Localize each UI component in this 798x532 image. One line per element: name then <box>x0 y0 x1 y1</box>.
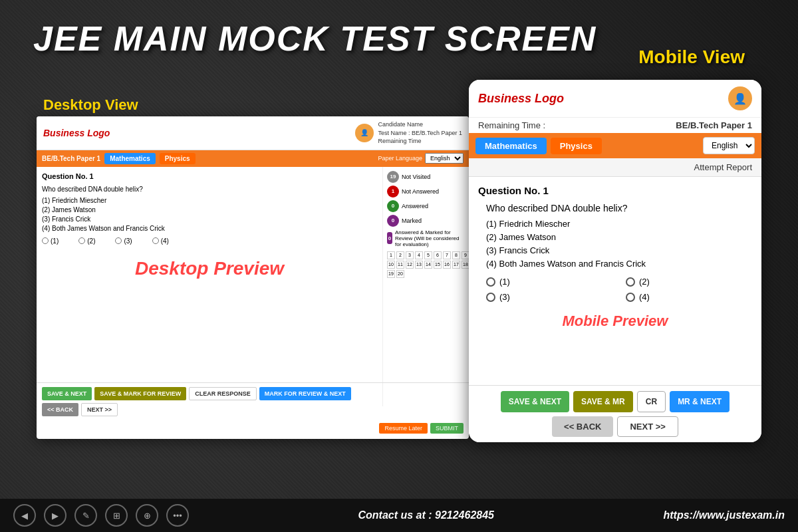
radio-options: (1) (2) (3) (4) <box>42 237 377 245</box>
legend-marked: 0 Marked <box>387 215 465 227</box>
mobile-option-1: (1) Friedrich Miescher <box>486 219 752 229</box>
save-next-button[interactable]: SAVE & NEXT <box>42 387 92 400</box>
option-4: (4) Both James Watson and Francis Crick <box>42 225 377 232</box>
back-button[interactable]: << BACK <box>42 403 78 416</box>
grid-cell-1[interactable]: 1 <box>387 251 395 259</box>
grid-icon[interactable]: ⊞ <box>105 504 128 527</box>
grid-cell-19[interactable]: 19 <box>387 270 395 278</box>
tab-mathematics[interactable]: Mathematics <box>104 153 156 164</box>
paper-name: BE/B.Tech Paper 1 <box>676 120 752 130</box>
mobile-back-button[interactable]: << BACK <box>552 416 613 437</box>
grid-cell-18[interactable]: 18 <box>462 261 469 269</box>
grid-cell-12[interactable]: 12 <box>406 261 414 269</box>
search-icon[interactable]: ⊕ <box>136 504 158 527</box>
grid-cell-8[interactable]: 8 <box>452 251 460 259</box>
website-info: https://www.justexam.in <box>663 509 785 521</box>
mobile-next-button[interactable]: NEXT >> <box>617 416 678 437</box>
mobile-tab-physics[interactable]: Physics <box>551 138 602 154</box>
desktop-nav: BE/B.Tech Paper 1 Mathematics Physics Pa… <box>37 150 469 167</box>
mobile-nav: Mathematics Physics English <box>469 133 761 158</box>
option-3: (3) Francis Crick <box>42 215 377 223</box>
mobile-radio-4[interactable]: (4) <box>626 292 752 302</box>
desktop-panel: Business Logo 👤 Candidate Name Test Name… <box>37 116 469 439</box>
avatar: 👤 <box>355 124 374 142</box>
mobile-mr-next-button[interactable]: MR & NEXT <box>670 391 730 412</box>
page-title: JEE MAIN MOCK TEST SCREEN <box>33 19 597 59</box>
grid-cell-11[interactable]: 11 <box>396 261 404 269</box>
grid-cell-14[interactable]: 14 <box>424 261 432 269</box>
submit-button[interactable]: SUBMIT <box>430 423 464 434</box>
mobile-option-2: (2) James Watson <box>486 232 752 242</box>
desktop-content: Question No. 1 Who described DNA double … <box>37 167 469 406</box>
mobile-radio-options: (1) (2) (3) (4) <box>486 277 752 302</box>
clear-response-button[interactable]: CLEAR RESPONSE <box>189 387 257 400</box>
answered-badge: 0 <box>387 200 399 212</box>
candidate-text: Candidate Name Test Name : BE/B.Tech Pap… <box>378 120 462 146</box>
desktop-preview-text: Desktop Preview <box>42 245 377 293</box>
grid-cell-4[interactable]: 4 <box>415 251 423 259</box>
mark-review-next-button[interactable]: MARK FOR REVIEW & NEXT <box>259 387 351 400</box>
radio-2[interactable]: (2) <box>78 237 95 245</box>
desktop-view-label: Desktop View <box>43 96 138 114</box>
lang-label: Paper Language <box>378 155 422 162</box>
mobile-radio-1[interactable]: (1) <box>486 277 612 287</box>
mobile-option-3: (3) Francis Crick <box>486 245 752 255</box>
legend-not-answered: 1 Not Answered <box>387 186 465 198</box>
tab-physics[interactable]: Physics <box>160 153 196 164</box>
desktop-logo: Business Logo <box>43 128 110 138</box>
grid-cell-15[interactable]: 15 <box>434 261 442 269</box>
bottom-bar: ◀ ▶ ✎ ⊞ ⊕ ••• Contact us at : 9212462845… <box>0 499 798 532</box>
answered-marked-badge: 0 <box>387 232 392 244</box>
radio-1[interactable]: (1) <box>42 237 59 245</box>
mobile-panel: Business Logo 👤 Remaining Time : BE/B.Te… <box>469 80 761 442</box>
forward-nav-icon[interactable]: ▶ <box>44 504 66 527</box>
legend-not-visited: 19 Not Visited <box>387 171 465 183</box>
grid-cell-10[interactable]: 10 <box>387 261 395 269</box>
option-2: (2) James Watson <box>42 206 377 213</box>
save-mark-review-button[interactable]: SAVE & MARK FOR REVIEW <box>94 387 186 400</box>
mobile-language-select[interactable]: English <box>703 137 755 154</box>
mobile-radio-3[interactable]: (3) <box>486 292 612 302</box>
timer-row: Remaining Time : BE/B.Tech Paper 1 <box>469 118 761 133</box>
not-visited-badge: 19 <box>387 171 399 183</box>
mobile-question-text: Who described DNA double helix? <box>486 203 752 213</box>
edit-icon[interactable]: ✎ <box>74 504 97 527</box>
grid-cell-7[interactable]: 7 <box>443 251 451 259</box>
nav-icons: ◀ ▶ ✎ ⊞ ⊕ ••• <box>13 504 189 527</box>
next-button[interactable]: NEXT >> <box>81 403 118 416</box>
mobile-bottom-buttons: SAVE & NEXT SAVE & MR CR MR & NEXT << BA… <box>469 385 761 442</box>
remaining-time-label: Remaining Time : <box>478 120 545 130</box>
language-select[interactable]: English <box>425 153 464 164</box>
mobile-save-mr-button[interactable]: SAVE & MR <box>573 391 633 412</box>
grid-cell-17[interactable]: 17 <box>452 261 460 269</box>
grid-cell-20[interactable]: 20 <box>396 270 404 278</box>
back-nav-icon[interactable]: ◀ <box>13 504 36 527</box>
resume-later-button[interactable]: Resume Later <box>379 423 428 434</box>
grid-cell-13[interactable]: 13 <box>415 261 423 269</box>
grid-cell-9[interactable]: 9 <box>462 251 469 259</box>
contact-info: Contact us at : 9212462845 <box>358 509 494 521</box>
grid-cell-2[interactable]: 2 <box>396 251 404 259</box>
attempt-report-bar[interactable]: Attempt Report <box>469 158 761 177</box>
legend-answered: 0 Answered <box>387 200 465 212</box>
mobile-preview-text: Mobile Preview <box>478 302 752 340</box>
mobile-option-4: (4) Both James Watson and Francis Crick <box>486 259 752 269</box>
desktop-bottom-buttons: SAVE & NEXT SAVE & MARK FOR REVIEW CLEAR… <box>37 382 469 420</box>
radio-4[interactable]: (4) <box>152 237 169 245</box>
mobile-cr-button[interactable]: CR <box>637 391 666 412</box>
resume-submit-area: Resume Later SUBMIT <box>379 423 464 434</box>
more-icon[interactable]: ••• <box>166 504 189 527</box>
radio-3[interactable]: (3) <box>115 237 132 245</box>
mobile-question-area: Question No. 1 Who described DNA double … <box>469 177 761 348</box>
mobile-avatar: 👤 <box>728 86 752 110</box>
mobile-radio-2[interactable]: (2) <box>626 277 752 287</box>
desktop-header: Business Logo 👤 Candidate Name Test Name… <box>37 116 469 150</box>
marked-badge: 0 <box>387 215 399 227</box>
mobile-tab-mathematics[interactable]: Mathematics <box>475 138 547 154</box>
grid-cell-3[interactable]: 3 <box>406 251 414 259</box>
grid-cell-16[interactable]: 16 <box>443 261 451 269</box>
grid-cell-5[interactable]: 5 <box>424 251 432 259</box>
grid-cell-6[interactable]: 6 <box>434 251 442 259</box>
number-grid: (function() { const grid = document.quer… <box>387 251 465 278</box>
mobile-save-next-button[interactable]: SAVE & NEXT <box>501 391 569 412</box>
